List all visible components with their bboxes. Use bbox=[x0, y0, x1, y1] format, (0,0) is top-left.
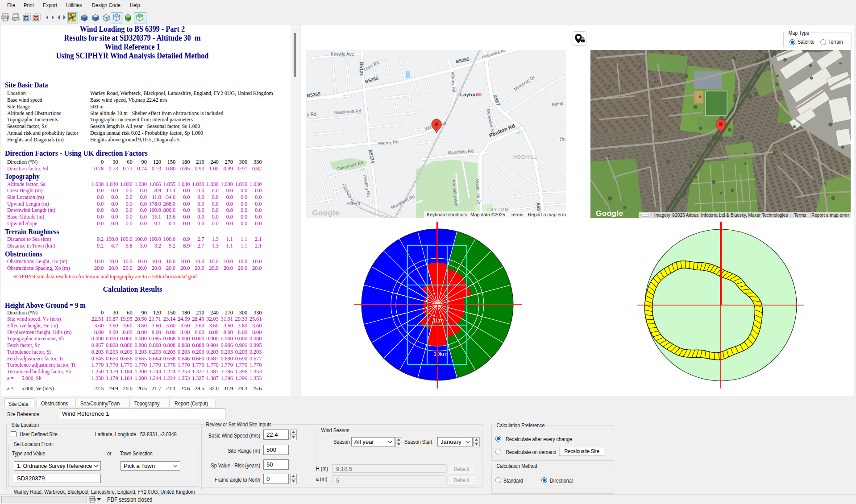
svg-text:Imagery ©2025 Airbus, Infoterr: Imagery ©2025 Airbus, Infoterra Ltd & Bl… bbox=[654, 213, 788, 218]
svg-text:Report a map error: Report a map error bbox=[528, 212, 566, 217]
svg-text:Layton: Layton bbox=[460, 92, 477, 97]
svg-text:Map data ©2025: Map data ©2025 bbox=[470, 212, 505, 217]
svg-text:10km: 10km bbox=[433, 351, 448, 357]
svg-text:W: W bbox=[24, 16, 28, 21]
svg-text:Google: Google bbox=[312, 209, 340, 217]
svg-text:W: W bbox=[34, 16, 38, 21]
svg-text:eld Rd: eld Rd bbox=[347, 201, 360, 206]
svg-text:Google: Google bbox=[596, 209, 623, 218]
svg-text:HOOHILL: HOOHILL bbox=[513, 155, 537, 160]
svg-text:Dra: Dra bbox=[560, 136, 566, 141]
svg-text:Keyboard shortcuts: Keyboard shortcuts bbox=[427, 212, 467, 217]
svg-text:Terms: Terms bbox=[794, 213, 806, 218]
svg-text:1km: 1km bbox=[433, 317, 444, 324]
svg-text:Report a map error: Report a map error bbox=[811, 213, 849, 218]
svg-text:Knowle Ave: Knowle Ave bbox=[331, 52, 354, 57]
svg-text:Terms: Terms bbox=[511, 212, 524, 217]
svg-text:y Rd: y Rd bbox=[307, 112, 316, 117]
